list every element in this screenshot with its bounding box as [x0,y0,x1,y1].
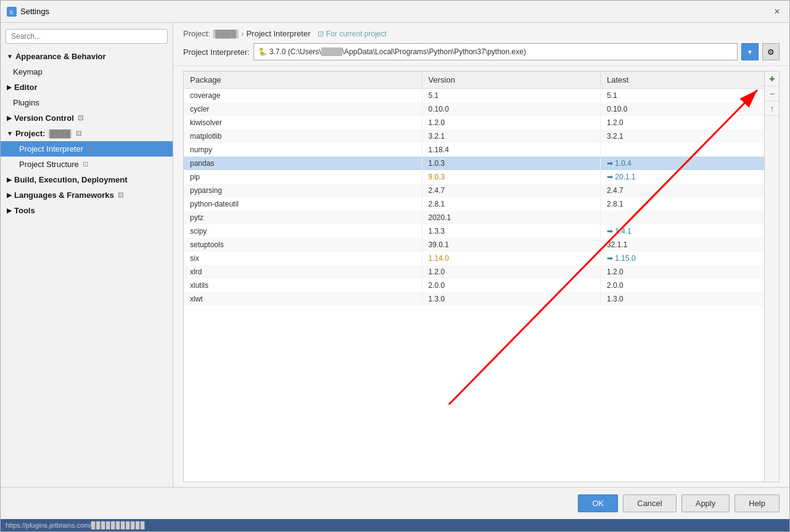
table-row[interactable]: coverage5.15.1 [184,89,779,103]
package-latest: 5.1 [601,89,780,103]
package-version: 0.10.0 [422,102,601,116]
table-row[interactable]: pip9.0.3➡ 20.1.1 [184,170,779,184]
table-row[interactable]: cycler0.10.00.10.0 [184,102,779,116]
pi-badge: ⊡ [87,145,93,153]
package-version: 2020.1 [422,211,601,224]
package-name: coverage [184,89,422,103]
package-name: kiwisolver [184,116,422,129]
table-action-buttons: + − ↑ [764,72,779,481]
table-row[interactable]: xlutils2.0.02.0.0 [184,279,779,292]
svg-text:S: S [9,9,13,15]
interpreter-row: Project Interpreter: 🐍 3.7.0 (C:\Users\█… [183,43,780,60]
package-name: setuptools [184,238,422,252]
sidebar: ▼ Appearance & Behavior Keymap ▶ Editor … [1,23,173,487]
sidebar-item-project-interpreter[interactable]: Project Interpreter ⊡ [1,141,173,157]
package-name: matplotlib [184,129,422,143]
interpreter-combo: 🐍 3.7.0 (C:\Users\████\AppData\Local\Pro… [253,43,738,60]
package-version: 9.0.3 [422,170,601,184]
for-current-label: ⊡ For current project [318,30,386,38]
package-latest: 2.8.1 [601,197,780,211]
breadcrumb-blurred: ████ [213,30,239,38]
package-latest: 2.4.7 [601,184,780,197]
package-name: python-dateutil [184,197,422,211]
package-version: 1.18.4 [422,143,601,157]
package-latest: 2.0.0 [601,279,780,292]
main-content: ▼ Appearance & Behavior Keymap ▶ Editor … [1,23,789,487]
panel-header: Project: ████ › Project Interpreter ⊡ Fo… [173,23,789,66]
table-row[interactable]: pyparsing2.4.72.4.7 [184,184,779,197]
package-name: numpy [184,143,422,157]
package-latest [601,211,780,224]
package-name: xlwt [184,292,422,306]
package-latest [601,143,780,157]
sidebar-item-version-control[interactable]: ▶ Version Control ⊡ [1,110,173,126]
package-name: pytz [184,211,422,224]
breadcrumb-current: Project Interpreter [246,29,310,38]
status-text: https://plugins.jetbrains.com/▊▊▊▊▊▊▊▊▊▊… [6,522,146,530]
table-row[interactable]: setuptools39.0.132.1.1 [184,238,779,252]
table-row[interactable]: scipy1.3.3➡ 1.4.1 [184,224,779,238]
package-latest: ➡ 1.0.4 [601,157,780,170]
sidebar-item-tools[interactable]: ▶ Tools [1,203,173,218]
dropdown-icon: ▼ [747,49,753,55]
search-input[interactable] [6,29,168,44]
package-version: 2.0.0 [422,279,601,292]
sidebar-item-keymap[interactable]: Keymap [1,64,173,80]
lang-badge: ⊡ [118,191,123,199]
table-row[interactable]: pandas1.0.3➡ 1.0.4 [184,157,779,170]
sidebar-item-project-structure[interactable]: Project Structure ⊡ [1,157,173,172]
table-row[interactable]: python-dateutil2.8.12.8.1 [184,197,779,211]
breadcrumb-project: Project: [183,29,210,38]
package-version: 1.0.3 [422,157,601,170]
package-version: 39.0.1 [422,238,601,252]
add-package-button[interactable]: + [765,72,780,86]
sidebar-item-build[interactable]: ▶ Build, Execution, Deployment [1,172,173,187]
table-row[interactable]: matplotlib3.2.13.2.1 [184,129,779,143]
project-badge: ⊡ [76,129,81,137]
help-button[interactable]: Help [734,494,780,512]
breadcrumb: Project: ████ › Project Interpreter ⊡ Fo… [183,29,780,38]
expand-icon-tools: ▶ [7,207,12,214]
package-name: pandas [184,157,422,170]
sidebar-item-languages[interactable]: ▶ Languages & Frameworks ⊡ [1,187,173,203]
vc-badge: ⊡ [78,114,83,122]
remove-package-button[interactable]: − [765,86,780,101]
packages-table: Package Version Latest coverage5.15.1cyc… [184,72,779,481]
package-name: six [184,252,422,265]
cancel-button[interactable]: Cancel [623,494,676,512]
expand-icon-build: ▶ [7,176,12,183]
right-panel: Project: ████ › Project Interpreter ⊡ Fo… [173,23,789,487]
sidebar-item-appearance[interactable]: ▼ Appearance & Behavior [1,49,173,64]
package-version: 2.8.1 [422,197,601,211]
package-version: 5.1 [422,89,601,103]
expand-icon-lang: ▶ [7,192,12,198]
app-icon: S [7,7,17,17]
close-button[interactable]: × [771,6,783,18]
sidebar-item-project[interactable]: ▼ Project: ████ ⊡ [1,126,173,141]
title-bar: S Settings × [1,1,789,23]
table-row[interactable]: six1.14.0➡ 1.15.0 [184,252,779,265]
package-version: 1.2.0 [422,116,601,129]
sidebar-item-editor[interactable]: ▶ Editor [1,80,173,95]
table-row[interactable]: xlwt1.3.01.3.0 [184,292,779,306]
expand-icon-vc: ▶ [7,115,12,121]
apply-button[interactable]: Apply [681,494,730,512]
package-name: xlutils [184,279,422,292]
package-latest: 0.10.0 [601,102,780,116]
package-latest: 3.2.1 [601,129,780,143]
table-row[interactable]: xlrd1.2.01.2.0 [184,265,779,279]
package-name: pip [184,170,422,184]
upgrade-package-button[interactable]: ↑ [765,101,780,116]
status-bar: https://plugins.jetbrains.com/▊▊▊▊▊▊▊▊▊▊… [1,519,789,531]
sidebar-item-plugins[interactable]: Plugins [1,95,173,110]
package-version: 1.2.0 [422,265,601,279]
ok-button[interactable]: OK [578,494,618,512]
package-latest: 1.2.0 [601,116,780,129]
interpreter-value: 3.7.0 (C:\Users\████\AppData\Local\Progr… [270,47,526,56]
table-row[interactable]: pytz2020.1 [184,211,779,224]
table-row[interactable]: kiwisolver1.2.01.2.0 [184,116,779,129]
interpreter-dropdown-button[interactable]: ▼ [741,43,759,60]
interpreter-settings-button[interactable]: ⚙ [762,43,780,60]
table-row[interactable]: numpy1.18.4 [184,143,779,157]
project-name-blurred: ████ [47,129,72,138]
